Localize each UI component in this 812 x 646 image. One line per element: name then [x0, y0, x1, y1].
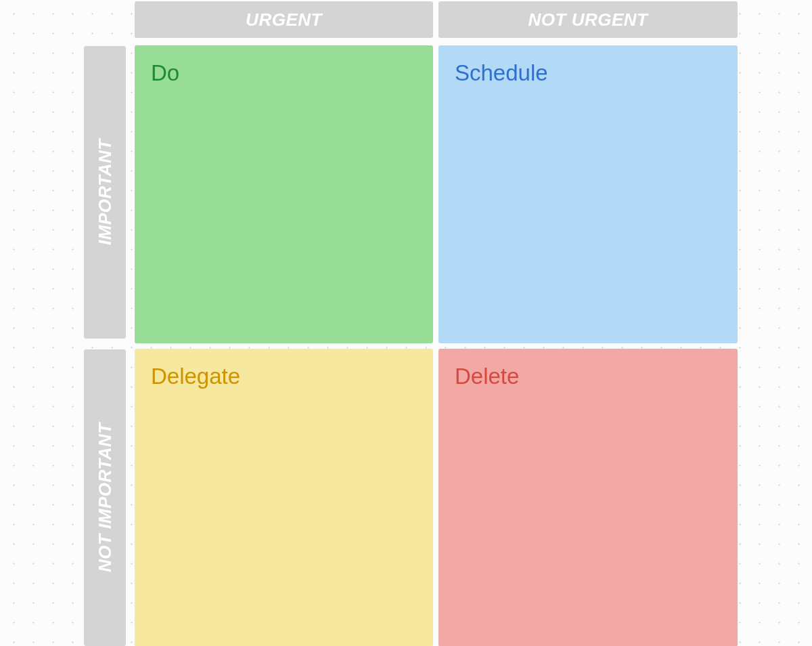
quadrant-delegate[interactable]: Delegate: [135, 349, 433, 646]
row-header-important: IMPORTANT: [84, 46, 126, 339]
quadrant-do-title: Do: [151, 60, 417, 86]
column-header-urgent: URGENT: [135, 1, 433, 38]
eisenhower-matrix: URGENT NOT URGENT IMPORTANT NOT IMPORTAN…: [0, 0, 812, 646]
quadrant-delegate-title: Delegate: [151, 364, 417, 389]
column-header-not-urgent: NOT URGENT: [438, 1, 738, 38]
quadrant-delete-title: Delete: [455, 364, 721, 389]
row-header-not-important: NOT IMPORTANT: [84, 349, 126, 646]
quadrant-schedule-title: Schedule: [455, 60, 721, 86]
quadrant-do[interactable]: Do: [135, 45, 433, 343]
quadrant-schedule[interactable]: Schedule: [438, 45, 738, 343]
quadrant-delete[interactable]: Delete: [438, 349, 738, 646]
